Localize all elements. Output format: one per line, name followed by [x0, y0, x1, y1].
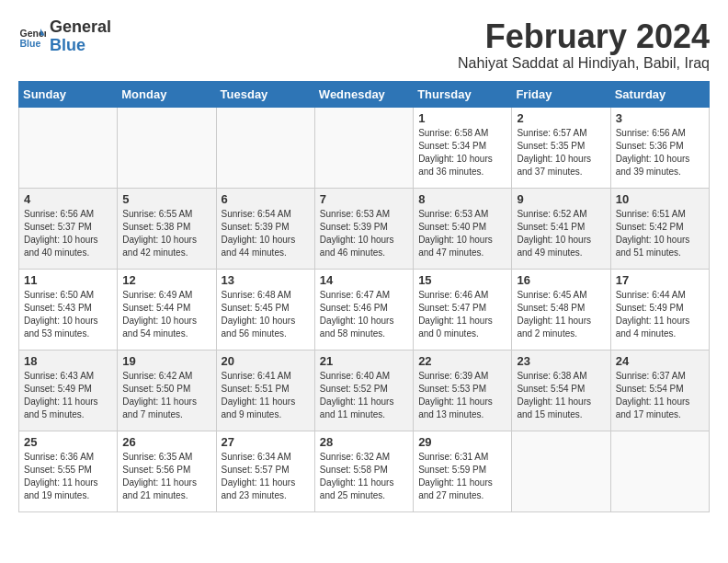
weekday-header-saturday: Saturday	[610, 81, 709, 107]
logo-icon: General Blue	[18, 23, 46, 51]
day-number: 7	[320, 192, 408, 206]
calendar-cell: 17Sunrise: 6:44 AM Sunset: 5:49 PM Dayli…	[610, 269, 709, 350]
calendar-cell: 27Sunrise: 6:34 AM Sunset: 5:57 PM Dayli…	[216, 431, 314, 511]
day-number: 4	[24, 192, 112, 206]
calendar-cell	[512, 431, 610, 511]
calendar-cell: 25Sunrise: 6:36 AM Sunset: 5:55 PM Dayli…	[19, 431, 118, 511]
day-number: 23	[517, 354, 605, 368]
day-number: 25	[24, 435, 112, 449]
day-info: Sunrise: 6:34 AM Sunset: 5:57 PM Dayligh…	[222, 451, 310, 502]
calendar-cell	[314, 107, 413, 188]
day-info: Sunrise: 6:48 AM Sunset: 5:45 PM Dayligh…	[222, 289, 310, 340]
logo: General Blue General Blue	[18, 18, 111, 55]
day-info: Sunrise: 6:47 AM Sunset: 5:46 PM Dayligh…	[320, 289, 408, 340]
calendar-cell: 9Sunrise: 6:52 AM Sunset: 5:41 PM Daylig…	[512, 188, 610, 269]
day-number: 6	[222, 192, 310, 206]
calendar-cell: 19Sunrise: 6:42 AM Sunset: 5:50 PM Dayli…	[118, 350, 216, 431]
calendar-cell: 5Sunrise: 6:55 AM Sunset: 5:38 PM Daylig…	[118, 188, 216, 269]
weekday-header-tuesday: Tuesday	[216, 81, 314, 107]
calendar-table: SundayMondayTuesdayWednesdayThursdayFrid…	[18, 81, 710, 512]
calendar-cell	[19, 107, 118, 188]
calendar-cell	[216, 107, 314, 188]
day-number: 17	[616, 273, 704, 287]
calendar-cell	[118, 107, 216, 188]
week-row-2: 4Sunrise: 6:56 AM Sunset: 5:37 PM Daylig…	[19, 188, 710, 269]
day-number: 20	[222, 354, 310, 368]
day-number: 3	[616, 111, 704, 125]
day-number: 19	[122, 354, 210, 368]
day-info: Sunrise: 6:40 AM Sunset: 5:52 PM Dayligh…	[320, 370, 408, 421]
title-block: February 2024 Nahiyat Saddat al Hindiyah…	[458, 18, 710, 72]
calendar-cell: 15Sunrise: 6:46 AM Sunset: 5:47 PM Dayli…	[414, 269, 512, 350]
day-number: 11	[24, 273, 112, 287]
weekday-header-sunday: Sunday	[19, 81, 118, 107]
day-number: 2	[517, 111, 605, 125]
weekday-header-friday: Friday	[512, 81, 610, 107]
calendar-cell: 26Sunrise: 6:35 AM Sunset: 5:56 PM Dayli…	[118, 431, 216, 511]
day-info: Sunrise: 6:42 AM Sunset: 5:50 PM Dayligh…	[122, 370, 210, 421]
week-row-1: 1Sunrise: 6:58 AM Sunset: 5:34 PM Daylig…	[19, 107, 710, 188]
calendar-cell: 16Sunrise: 6:45 AM Sunset: 5:48 PM Dayli…	[512, 269, 610, 350]
weekday-header-wednesday: Wednesday	[314, 81, 413, 107]
day-info: Sunrise: 6:50 AM Sunset: 5:43 PM Dayligh…	[24, 289, 112, 340]
calendar-cell: 23Sunrise: 6:38 AM Sunset: 5:54 PM Dayli…	[512, 350, 610, 431]
day-number: 8	[418, 192, 506, 206]
calendar-cell: 4Sunrise: 6:56 AM Sunset: 5:37 PM Daylig…	[19, 188, 118, 269]
week-row-5: 25Sunrise: 6:36 AM Sunset: 5:55 PM Dayli…	[19, 431, 710, 511]
calendar-cell: 1Sunrise: 6:58 AM Sunset: 5:34 PM Daylig…	[414, 107, 512, 188]
calendar-cell: 10Sunrise: 6:51 AM Sunset: 5:42 PM Dayli…	[610, 188, 709, 269]
weekday-header-thursday: Thursday	[414, 81, 512, 107]
week-row-3: 11Sunrise: 6:50 AM Sunset: 5:43 PM Dayli…	[19, 269, 710, 350]
page-header: General Blue General Blue February 2024 …	[18, 18, 710, 72]
day-info: Sunrise: 6:53 AM Sunset: 5:39 PM Dayligh…	[320, 208, 408, 259]
day-info: Sunrise: 6:35 AM Sunset: 5:56 PM Dayligh…	[122, 451, 210, 502]
day-number: 14	[320, 273, 408, 287]
calendar-cell: 28Sunrise: 6:32 AM Sunset: 5:58 PM Dayli…	[314, 431, 413, 511]
calendar-cell: 21Sunrise: 6:40 AM Sunset: 5:52 PM Dayli…	[314, 350, 413, 431]
day-info: Sunrise: 6:43 AM Sunset: 5:49 PM Dayligh…	[24, 370, 112, 421]
day-info: Sunrise: 6:31 AM Sunset: 5:59 PM Dayligh…	[418, 451, 506, 502]
week-row-4: 18Sunrise: 6:43 AM Sunset: 5:49 PM Dayli…	[19, 350, 710, 431]
day-info: Sunrise: 6:53 AM Sunset: 5:40 PM Dayligh…	[418, 208, 506, 259]
day-number: 13	[222, 273, 310, 287]
logo-line2: Blue	[50, 37, 111, 55]
day-number: 28	[320, 435, 408, 449]
calendar-cell: 3Sunrise: 6:56 AM Sunset: 5:36 PM Daylig…	[610, 107, 709, 188]
day-number: 12	[122, 273, 210, 287]
day-info: Sunrise: 6:37 AM Sunset: 5:54 PM Dayligh…	[616, 370, 704, 421]
day-number: 27	[222, 435, 310, 449]
day-number: 21	[320, 354, 408, 368]
svg-text:Blue: Blue	[20, 37, 41, 48]
day-number: 18	[24, 354, 112, 368]
day-info: Sunrise: 6:49 AM Sunset: 5:44 PM Dayligh…	[122, 289, 210, 340]
logo-text: General Blue	[50, 18, 111, 55]
day-number: 26	[122, 435, 210, 449]
day-info: Sunrise: 6:32 AM Sunset: 5:58 PM Dayligh…	[320, 451, 408, 502]
day-number: 9	[517, 192, 605, 206]
day-number: 5	[122, 192, 210, 206]
logo-line1: General	[50, 18, 111, 37]
calendar-cell: 8Sunrise: 6:53 AM Sunset: 5:40 PM Daylig…	[414, 188, 512, 269]
day-number: 15	[418, 273, 506, 287]
day-info: Sunrise: 6:58 AM Sunset: 5:34 PM Dayligh…	[418, 127, 506, 178]
calendar-cell: 29Sunrise: 6:31 AM Sunset: 5:59 PM Dayli…	[414, 431, 512, 511]
day-info: Sunrise: 6:57 AM Sunset: 5:35 PM Dayligh…	[517, 127, 605, 178]
calendar-cell: 2Sunrise: 6:57 AM Sunset: 5:35 PM Daylig…	[512, 107, 610, 188]
day-info: Sunrise: 6:36 AM Sunset: 5:55 PM Dayligh…	[24, 451, 112, 502]
day-number: 22	[418, 354, 506, 368]
day-info: Sunrise: 6:44 AM Sunset: 5:49 PM Dayligh…	[616, 289, 704, 340]
calendar-cell: 6Sunrise: 6:54 AM Sunset: 5:39 PM Daylig…	[216, 188, 314, 269]
day-info: Sunrise: 6:38 AM Sunset: 5:54 PM Dayligh…	[517, 370, 605, 421]
day-info: Sunrise: 6:52 AM Sunset: 5:41 PM Dayligh…	[517, 208, 605, 259]
day-info: Sunrise: 6:39 AM Sunset: 5:53 PM Dayligh…	[418, 370, 506, 421]
month-title: February 2024	[458, 18, 710, 55]
calendar-cell: 18Sunrise: 6:43 AM Sunset: 5:49 PM Dayli…	[19, 350, 118, 431]
location-title: Nahiyat Saddat al Hindiyah, Babil, Iraq	[458, 55, 710, 72]
day-number: 1	[418, 111, 506, 125]
calendar-cell	[610, 431, 709, 511]
day-info: Sunrise: 6:51 AM Sunset: 5:42 PM Dayligh…	[616, 208, 704, 259]
day-info: Sunrise: 6:55 AM Sunset: 5:38 PM Dayligh…	[122, 208, 210, 259]
day-info: Sunrise: 6:54 AM Sunset: 5:39 PM Dayligh…	[222, 208, 310, 259]
day-info: Sunrise: 6:45 AM Sunset: 5:48 PM Dayligh…	[517, 289, 605, 340]
calendar-cell: 13Sunrise: 6:48 AM Sunset: 5:45 PM Dayli…	[216, 269, 314, 350]
